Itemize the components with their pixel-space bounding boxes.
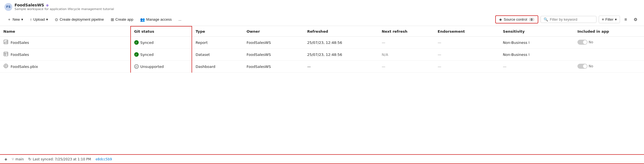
create-app-button[interactable]: ⊞ Create app [108,16,136,23]
toggle-track[interactable] [577,40,588,45]
people-icon: 👥 [140,17,145,22]
toggle-label: No [589,64,593,68]
pbix-icon [3,63,8,68]
report-icon [3,39,8,44]
sync-info: ↻ Last synced: 7/25/2023 at 1:10 PM [28,157,91,161]
main-content: Name Git status Type Owner Refreshed Nex… [0,26,644,154]
endorsement-cell: — [434,49,499,61]
svg-rect-4 [4,52,8,56]
footer: ◈ ⑂ main ↻ Last synced: 7/25/2023 at 1:1… [0,154,644,164]
sensitivity-col-cell: Non-Business ℹ [499,37,574,49]
type-cell: Dashboard [192,61,243,73]
toggle-included[interactable]: No [577,40,593,45]
settings-icon: ⚙ [634,17,637,22]
workspace-name: FoodSalesWS ◈ [15,3,114,7]
more-button[interactable]: ... [176,16,184,23]
deployment-pipeline-button[interactable]: ⊙ Create deployment pipeline [52,16,107,23]
status-label: Synced [140,41,154,45]
filter-input[interactable] [550,17,592,22]
commit-hash-link[interactable]: e8dcc5b9 [96,157,112,161]
sensitivity-cell: Non-Business ℹ [503,41,571,45]
upload-icon: ↑ [30,17,32,22]
name-cell: FoodSales [0,49,131,61]
info-icon[interactable]: ℹ [529,41,530,44]
sensitivity-cell: Non-Business ℹ [503,53,571,57]
list-icon: ≡ [624,17,627,22]
source-control-icon: ◈ [499,17,502,22]
sync-label: Last synced: 7/25/2023 at 1:10 PM [33,157,91,161]
table-row: FoodSales ✓ Synced Report FoodSalesWS 25… [0,37,644,49]
plus-icon: ＋ [7,17,11,22]
col-header-included-in-app: Included in app [574,26,644,37]
filter-icon: ≡ [602,17,604,22]
new-button[interactable]: ＋ New ▾ [4,16,26,23]
toggle-included[interactable]: No [577,64,593,69]
owner-cell: FoodSalesWS [243,61,304,73]
workspace-subtitle: Sample workspace for application lifecyc… [15,7,114,11]
item-name[interactable]: FoodSales [11,53,29,57]
item-name[interactable]: FoodSales.pbix [11,65,38,69]
pipeline-icon: ⊙ [55,17,58,22]
toolbar: ＋ New ▾ ↑ Upload ▾ ⊙ Create deployment p… [4,13,640,26]
toggle-track[interactable] [577,64,588,69]
app-icon: ⊞ [111,17,114,22]
search-icon: 🔍 [544,17,548,22]
source-control-badge: 0 [529,18,534,22]
synced-dot: ✓ [134,52,139,57]
col-header-type: Type [192,26,243,37]
git-status-cell: ✓ Synced [131,49,192,61]
sensitivity-col-cell: — [499,61,574,73]
col-header-endorsement: Endorsement [434,26,499,37]
settings-button[interactable]: ⚙ [631,16,640,23]
toggle-label: No [589,40,593,44]
included-in-app-cell: No [574,37,644,49]
filter-button[interactable]: ≡ Filter ▾ [599,16,620,23]
list-view-button[interactable]: ≡ [622,16,629,23]
data-table: Name Git status Type Owner Refreshed Nex… [0,26,644,73]
col-header-next-refresh: Next refresh [378,26,434,37]
sensitivity-value: Non-Business [503,53,527,57]
col-header-git-status: Git status [131,26,192,37]
chevron-down-icon: ▾ [46,17,48,22]
included-in-app-cell [574,49,644,61]
status-synced: ✓ Synced [134,52,188,57]
table-row: FoodSales ✓ Synced Dataset FoodSalesWS 2… [0,49,644,61]
git-status-cell: ✓ Synced [131,37,192,49]
item-type-icon [3,63,8,70]
refreshed-cell: 25/07/23, 12:48:56 [304,49,378,61]
dataset-icon [3,51,8,56]
branch-info: ⑂ main [12,157,24,161]
manage-access-button[interactable]: 👥 Manage access [137,16,174,23]
sensitivity-dash: — [503,65,506,69]
toggle-thumb [583,64,587,68]
upload-button[interactable]: ↑ Upload ▾ [27,16,51,23]
item-type-icon [3,39,8,46]
source-control-footer-icon: ◈ [4,157,7,161]
toggle-thumb [583,40,587,44]
endorsement-cell: — [434,37,499,49]
col-header-owner: Owner [243,26,304,37]
name-cell: FoodSales.pbix [0,61,131,73]
owner-cell: FoodSalesWS [243,37,304,49]
status-unsupported: ⊘ Unsupported [134,64,188,69]
info-icon[interactable]: ℹ [529,53,530,56]
col-header-name: Name [0,26,131,37]
type-cell: Dataset [192,49,243,61]
col-header-refreshed: Refreshed [304,26,378,37]
diamond-icon: ◈ [46,3,49,7]
chevron-down-icon: ▾ [21,17,23,22]
type-cell: Report [192,37,243,49]
chevron-down-icon: ▾ [615,17,617,22]
col-header-sensitivity: Sensitivity [499,26,574,37]
refreshed-cell: 25/07/23, 12:48:56 [304,37,378,49]
included-in-app-cell: No [574,61,644,73]
source-control-button[interactable]: ◈ Source control 0 [495,15,538,23]
item-type-icon [3,51,8,58]
sensitivity-value: Non-Business [503,41,527,45]
item-name[interactable]: FoodSales [11,41,29,45]
workspace-avatar: FS [4,3,12,11]
branch-label: main [15,157,24,161]
owner-cell: FoodSalesWS [243,49,304,61]
sensitivity-col-cell: Non-Business ℹ [499,49,574,61]
status-label: Synced [140,53,154,57]
